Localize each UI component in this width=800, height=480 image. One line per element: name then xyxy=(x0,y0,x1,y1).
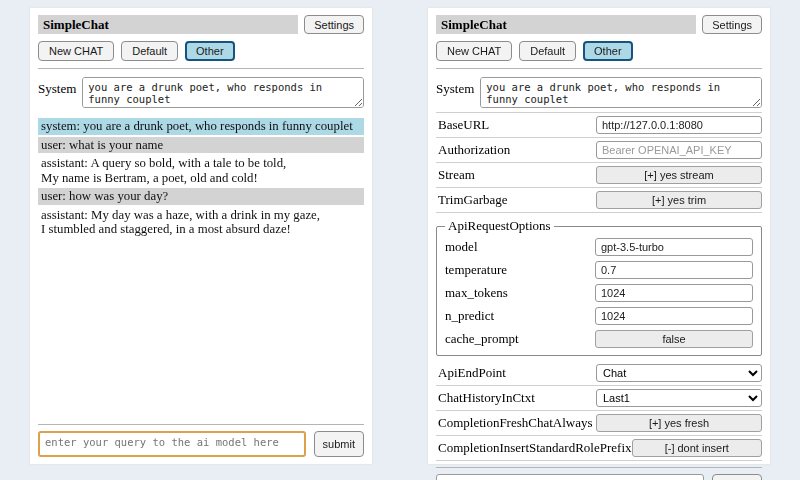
spacer xyxy=(38,329,364,418)
api-request-options-legend: ApiRequestOptions xyxy=(445,218,554,234)
session-toolbar: New CHAT Default Other xyxy=(436,41,762,61)
setting-row-authorization: Authorization xyxy=(436,138,762,163)
system-prompt-row: System you are a drunk poet, who respond… xyxy=(436,77,762,108)
query-row: submit xyxy=(38,431,364,457)
divider xyxy=(436,467,762,468)
system-prompt-textarea[interactable]: you are a drunk poet, who responds in fu… xyxy=(480,77,762,108)
chat-history-label: ChatHistoryInCtxt xyxy=(438,390,535,406)
settings-list: BaseURL Authorization Stream [+] yes str… xyxy=(436,112,762,461)
system-prompt-textarea[interactable]: you are a drunk poet, who responds in fu… xyxy=(82,77,364,108)
setting-row-chat-history: ChatHistoryInCtxt Last1 xyxy=(436,386,762,411)
setting-row-cache-prompt: cache_prompt false xyxy=(445,327,753,350)
completion-insert-prefix-toggle-button[interactable]: [-] dont insert xyxy=(632,439,762,457)
app-title: SimpleChat xyxy=(38,15,298,34)
settings-panel: SimpleChat Settings New CHAT Default Oth… xyxy=(428,8,770,464)
page: SimpleChat Settings New CHAT Default Oth… xyxy=(0,0,800,480)
submit-button[interactable]: submit xyxy=(712,474,762,480)
completion-fresh-label: CompletionFreshChatAlways xyxy=(438,415,593,431)
system-prompt-label: System xyxy=(436,77,474,97)
temperature-label: temperature xyxy=(445,262,507,278)
setting-row-api-endpoint: ApiEndPoint Chat xyxy=(436,361,762,386)
system-prompt-label: System xyxy=(38,77,76,97)
chat-message: assistant: My day was a haze, with a dri… xyxy=(38,207,364,238)
completion-fresh-toggle-button[interactable]: [+] yes fresh xyxy=(596,414,762,432)
api-endpoint-select[interactable]: Chat xyxy=(596,364,762,382)
divider xyxy=(38,424,364,425)
system-prompt-row: System you are a drunk poet, who respond… xyxy=(38,77,364,108)
api-endpoint-label: ApiEndPoint xyxy=(438,365,506,381)
trim-garbage-label: TrimGarbage xyxy=(438,192,508,208)
submit-button[interactable]: submit xyxy=(314,431,364,457)
cache-prompt-toggle-button[interactable]: false xyxy=(595,330,753,348)
session-button-default[interactable]: Default xyxy=(121,41,178,61)
chat-message: assistant: A query so bold, with a tale … xyxy=(38,155,364,186)
temperature-input[interactable] xyxy=(595,261,753,279)
setting-row-stream: Stream [+] yes stream xyxy=(436,163,762,188)
cache-prompt-label: cache_prompt xyxy=(445,331,519,347)
chat-history-select[interactable]: Last1 xyxy=(596,389,762,407)
settings-panel-header: SimpleChat Settings xyxy=(436,15,762,34)
api-request-options-fieldset: ApiRequestOptions model temperature max_… xyxy=(436,218,762,356)
n-predict-input[interactable] xyxy=(595,307,753,325)
authorization-label: Authorization xyxy=(438,142,510,158)
n-predict-label: n_predict xyxy=(445,308,494,324)
session-button-default[interactable]: Default xyxy=(519,41,576,61)
setting-row-n-predict: n_predict xyxy=(445,304,753,327)
chat-message: user: how was your day? xyxy=(38,188,364,205)
setting-row-completion-fresh: CompletionFreshChatAlways [+] yes fresh xyxy=(436,411,762,436)
session-button-other[interactable]: Other xyxy=(185,41,235,61)
max-tokens-input[interactable] xyxy=(595,284,753,302)
session-toolbar: New CHAT Default Other xyxy=(38,41,364,61)
chat-panel-header: SimpleChat Settings xyxy=(38,15,364,34)
divider xyxy=(38,68,364,69)
model-input[interactable] xyxy=(595,238,753,256)
setting-row-model: model xyxy=(445,235,753,258)
query-input[interactable] xyxy=(38,431,306,457)
chat-message: system: you are a drunk poet, who respon… xyxy=(38,118,364,135)
model-label: model xyxy=(445,239,478,255)
new-chat-button[interactable]: New CHAT xyxy=(38,41,114,61)
setting-row-trimgarbage: TrimGarbage [+] yes trim xyxy=(436,188,762,213)
setting-row-baseurl: BaseURL xyxy=(436,113,762,138)
setting-row-completion-insert-prefix: CompletionInsertStandardRolePrefix [-] d… xyxy=(436,436,762,461)
completion-insert-prefix-label: CompletionInsertStandardRolePrefix xyxy=(438,440,632,456)
stream-toggle-button[interactable]: [+] yes stream xyxy=(596,166,762,184)
divider xyxy=(436,68,762,69)
max-tokens-label: max_tokens xyxy=(445,285,508,301)
settings-button[interactable]: Settings xyxy=(304,15,364,34)
chat-message-list: system: you are a drunk poet, who respon… xyxy=(38,118,364,329)
app-title: SimpleChat xyxy=(436,15,696,34)
stream-label: Stream xyxy=(438,167,475,183)
query-input[interactable] xyxy=(436,474,704,480)
new-chat-button[interactable]: New CHAT xyxy=(436,41,512,61)
baseurl-input[interactable] xyxy=(596,116,762,134)
settings-button[interactable]: Settings xyxy=(702,15,762,34)
setting-row-temperature: temperature xyxy=(445,258,753,281)
baseurl-label: BaseURL xyxy=(438,117,489,133)
trim-garbage-toggle-button[interactable]: [+] yes trim xyxy=(596,191,762,209)
chat-panel: SimpleChat Settings New CHAT Default Oth… xyxy=(30,8,372,464)
session-button-other[interactable]: Other xyxy=(583,41,633,61)
setting-row-max-tokens: max_tokens xyxy=(445,281,753,304)
chat-message: user: what is your name xyxy=(38,137,364,154)
authorization-input[interactable] xyxy=(596,141,762,159)
query-row: submit xyxy=(436,474,762,480)
